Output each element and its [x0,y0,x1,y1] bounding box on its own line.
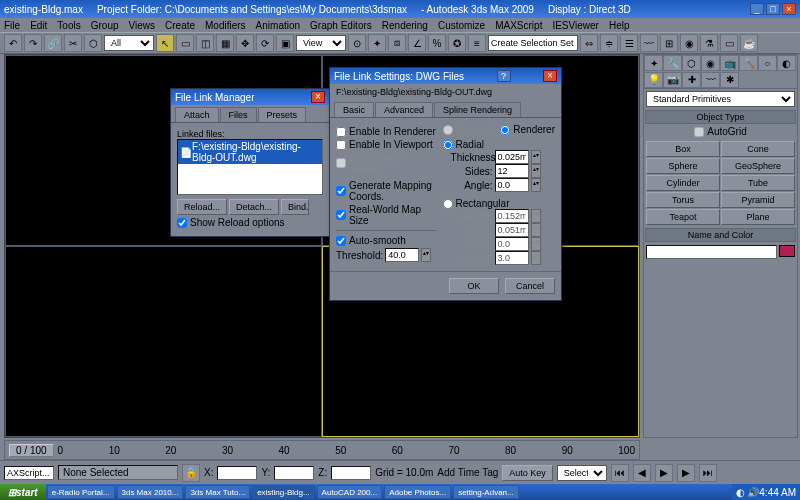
spinner-snap-icon[interactable]: ✪ [448,34,466,52]
manipulate-icon[interactable]: ✦ [368,34,386,52]
y-input[interactable] [274,466,314,480]
maxscript-field[interactable] [4,466,54,480]
task-photoshop[interactable]: Adobe Photos... [384,485,451,499]
detach-button[interactable]: Detach... [229,199,279,215]
render-setup-icon[interactable]: ⚗ [700,34,718,52]
menu-create[interactable]: Create [165,20,195,31]
linked-files-list[interactable]: 📄F:\existing-Bldg\existing-Bldg-OUT.dwg [177,139,323,195]
x-input[interactable] [217,466,257,480]
show-reload-checkbox[interactable] [177,218,187,228]
curve-editor-icon[interactable]: 〰 [640,34,658,52]
time-slider[interactable]: 0 / 100 [9,444,54,457]
maximize-button[interactable]: □ [766,3,780,15]
ok-button[interactable]: OK [449,278,499,294]
object-type-rollout[interactable]: Object Type [645,110,796,124]
schematic-icon[interactable]: ⊞ [660,34,678,52]
selection-set-field[interactable] [488,35,578,51]
reload-button[interactable]: Reload... [177,199,227,215]
geometry-icon[interactable]: ○ [758,55,777,71]
gen-coords-checkbox[interactable] [336,186,346,196]
linked-file-item[interactable]: 📄F:\existing-Bldg\existing-Bldg-OUT.dwg [178,140,322,164]
teapot-button[interactable]: Teapot [646,209,720,225]
angle-spinner[interactable]: ▴▾ [531,178,541,192]
bind-button[interactable]: Bind... [281,199,309,215]
timeline[interactable]: 0 / 100 0102030405060708090100 [4,440,640,460]
named-sel-icon[interactable]: ≡ [468,34,486,52]
flm-tab-attach[interactable]: Attach [175,107,219,122]
thickness-spinner[interactable]: ▴▾ [531,150,541,164]
menu-file[interactable]: File [4,20,20,31]
menu-rendering[interactable]: Rendering [382,20,428,31]
radial-radio[interactable] [443,140,453,150]
utilities-tab-icon[interactable]: 🔨 [739,55,758,71]
move-icon[interactable]: ✥ [236,34,254,52]
z-input[interactable] [331,466,371,480]
prev-frame-icon[interactable]: ◀ [633,464,651,482]
flm-close-button[interactable]: × [311,91,325,103]
geosphere-button[interactable]: GeoSphere [721,158,795,174]
menu-animation[interactable]: Animation [256,20,300,31]
category-dropdown[interactable]: Standard Primitives [646,91,795,107]
goto-end-icon[interactable]: ⏭ [699,464,717,482]
create-tab-icon[interactable]: ✦ [644,55,663,71]
cameras-icon[interactable]: 📷 [663,72,682,88]
play-icon[interactable]: ▶ [655,464,673,482]
motion-tab-icon[interactable]: ◉ [701,55,720,71]
task-3dsmax2010[interactable]: 3ds Max 2010... [117,485,184,499]
object-name-input[interactable] [646,245,777,259]
threshold-spinner[interactable]: ▴▾ [421,248,431,262]
start-button[interactable]: ⊞ start [0,484,46,500]
add-time-tag[interactable]: Add Time Tag [437,467,498,478]
select-region-icon[interactable]: ◫ [196,34,214,52]
flm-tab-files[interactable]: Files [220,107,257,122]
thickness-input[interactable] [495,150,529,164]
box-button[interactable]: Box [646,141,720,157]
snap-icon[interactable]: ⧇ [388,34,406,52]
threshold-input[interactable] [385,248,419,262]
rotate-icon[interactable]: ⟳ [256,34,274,52]
percent-snap-icon[interactable]: % [428,34,446,52]
menu-help[interactable]: Help [609,20,630,31]
sphere-button[interactable]: Sphere [646,158,720,174]
redo-icon[interactable]: ↷ [24,34,42,52]
dwg-tab-spline[interactable]: Spline Rendering [434,102,521,117]
select-icon[interactable]: ↖ [156,34,174,52]
render-icon[interactable]: ☕ [740,34,758,52]
hierarchy-tab-icon[interactable]: ⬡ [682,55,701,71]
renderer-radio[interactable] [500,125,510,135]
plane-button[interactable]: Plane [721,209,795,225]
realworld-checkbox[interactable] [336,210,346,220]
cancel-button[interactable]: Cancel [505,278,555,294]
display-tab-icon[interactable]: 📺 [720,55,739,71]
task-setting[interactable]: setting-Advan... [453,485,519,499]
menu-edit[interactable]: Edit [30,20,47,31]
lights-icon[interactable]: 💡 [644,72,663,88]
enable-viewport-checkbox[interactable] [336,140,346,150]
task-existing[interactable]: existing-Bldg... [252,485,314,499]
autokey-button[interactable]: Auto Key [502,465,553,481]
systems-icon[interactable]: ✱ [720,72,739,88]
bind-icon[interactable]: ⬡ [84,34,102,52]
dwg-tab-advanced[interactable]: Advanced [375,102,433,117]
window-crossing-icon[interactable]: ▦ [216,34,234,52]
scale-icon[interactable]: ▣ [276,34,294,52]
selection-filter[interactable]: All [104,35,154,51]
menu-modifiers[interactable]: Modifiers [205,20,246,31]
ref-coord[interactable]: View [296,35,346,51]
cone-button[interactable]: Cone [721,141,795,157]
keymode-select[interactable]: Selected [557,465,607,481]
flm-tab-presets[interactable]: Presets [258,107,307,122]
angle-input[interactable] [495,178,529,192]
shapes-icon[interactable]: ◐ [777,55,796,71]
layers-icon[interactable]: ☰ [620,34,638,52]
task-eradio[interactable]: e-Radio Portal... [47,485,115,499]
tube-button[interactable]: Tube [721,175,795,191]
name-color-rollout[interactable]: Name and Color [645,228,796,242]
task-3dsmaxtuto[interactable]: 3ds Max Tuto... [185,485,250,499]
menu-maxscript[interactable]: MAXScript [495,20,542,31]
link-icon[interactable]: 🔗 [44,34,62,52]
next-frame-icon[interactable]: ▶ [677,464,695,482]
select-name-icon[interactable]: ▭ [176,34,194,52]
system-tray[interactable]: ◐ 🔊 4:44 AM [732,484,800,500]
enable-renderer-checkbox[interactable] [336,127,346,137]
